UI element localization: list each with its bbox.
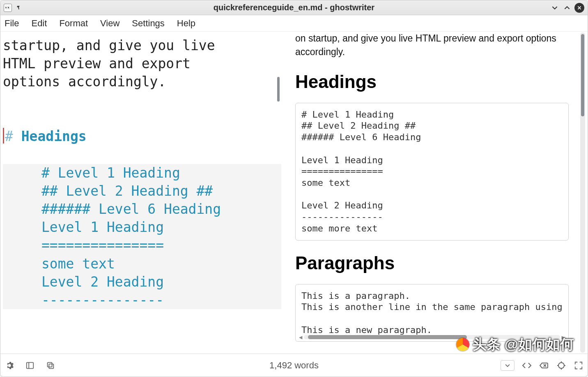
- preview-code-paragraphs-text: This is a paragraph. This is another lin…: [301, 291, 563, 335]
- maximize-button[interactable]: [562, 3, 572, 13]
- menu-file[interactable]: File: [3, 16, 21, 30]
- titlebar-controls: [550, 3, 588, 13]
- code-line10: ---------------: [3, 291, 281, 309]
- target-icon[interactable]: [556, 361, 566, 370]
- scroll-right-icon[interactable]: ▶: [562, 334, 565, 341]
- preview-code-paragraphs: This is a paragraph. This is another lin…: [295, 284, 569, 342]
- settings-icon[interactable]: [5, 361, 14, 370]
- statusbar-right: [501, 360, 583, 371]
- content-split: startup, and give you live HTML preview …: [0, 32, 588, 354]
- editor-intro-line2: HTML preview and export: [3, 56, 191, 72]
- preview-scrollbar[interactable]: [581, 34, 584, 116]
- code-line9: Level 2 Heading: [3, 273, 281, 291]
- word-count[interactable]: 1,492 words: [269, 360, 319, 371]
- fullscreen-icon[interactable]: [574, 361, 583, 370]
- backspace-icon[interactable]: [539, 361, 549, 370]
- heading-marker: #: [5, 128, 13, 144]
- dropdown-icon[interactable]: [501, 360, 514, 371]
- menu-edit[interactable]: Edit: [30, 16, 48, 30]
- code-line7: some text: [3, 255, 281, 273]
- app-window: 👀 quickreferenceguide_en.md - ghostwrite…: [0, 0, 588, 377]
- svg-rect-3: [48, 362, 52, 367]
- window-title: quickreferenceguide_en.md - ghostwriter: [214, 3, 374, 12]
- svg-point-4: [558, 363, 564, 368]
- code-line5: Level 1 Heading: [3, 218, 281, 236]
- statusbar: 1,492 words: [0, 354, 588, 377]
- menu-view[interactable]: View: [99, 16, 121, 30]
- close-button[interactable]: [574, 3, 584, 13]
- preview-code-headings: # Level 1 Heading ## Level 2 Heading ## …: [295, 103, 569, 241]
- minimize-button[interactable]: [550, 3, 560, 13]
- statusbar-left: [5, 361, 55, 370]
- code-line3: ###### Level 6 Heading: [3, 200, 281, 218]
- preview-content: on startup, and give you live HTML previ…: [295, 32, 569, 342]
- code-line2: ## Level 2 Heading ##: [3, 182, 281, 200]
- copy-icon[interactable]: [46, 361, 55, 370]
- preview-heading-headings: Headings: [295, 72, 569, 92]
- menu-help[interactable]: Help: [175, 16, 197, 30]
- menubar: File Edit Format View Settings Help: [0, 15, 588, 32]
- heading-text: Headings: [13, 128, 87, 144]
- code-icon[interactable]: [522, 361, 532, 370]
- app-icon: 👀: [4, 4, 12, 12]
- code-line6: ===============: [3, 236, 281, 254]
- editor-scrollbar[interactable]: [277, 77, 280, 102]
- menu-format[interactable]: Format: [57, 16, 90, 30]
- editor-text[interactable]: startup, and give you live HTML preview …: [0, 32, 284, 314]
- scroll-thumb[interactable]: [308, 335, 466, 339]
- svg-rect-2: [49, 364, 53, 368]
- editor-pane[interactable]: startup, and give you live HTML preview …: [0, 32, 284, 354]
- pin-icon[interactable]: [15, 5, 22, 11]
- code-horizontal-scrollbar[interactable]: ◀▶: [299, 335, 565, 340]
- svg-rect-0: [27, 362, 34, 368]
- scroll-track[interactable]: [304, 335, 560, 339]
- titlebar-left: 👀: [0, 4, 22, 12]
- preview-intro: on startup, and give you live HTML previ…: [295, 32, 569, 59]
- editor-intro-line3: options accordingly.: [3, 74, 166, 90]
- menu-settings[interactable]: Settings: [130, 16, 166, 30]
- sidebar-toggle-icon[interactable]: [25, 361, 35, 370]
- editor-intro-line1: startup, and give you live: [3, 37, 215, 53]
- editor-cursor: [3, 128, 4, 143]
- preview-pane[interactable]: on startup, and give you live HTML previ…: [284, 32, 588, 354]
- scroll-left-icon[interactable]: ◀: [299, 334, 302, 341]
- preview-heading-paragraphs: Paragraphs: [295, 253, 569, 273]
- titlebar[interactable]: 👀 quickreferenceguide_en.md - ghostwrite…: [0, 0, 588, 15]
- code-line1: # Level 1 Heading: [3, 164, 281, 182]
